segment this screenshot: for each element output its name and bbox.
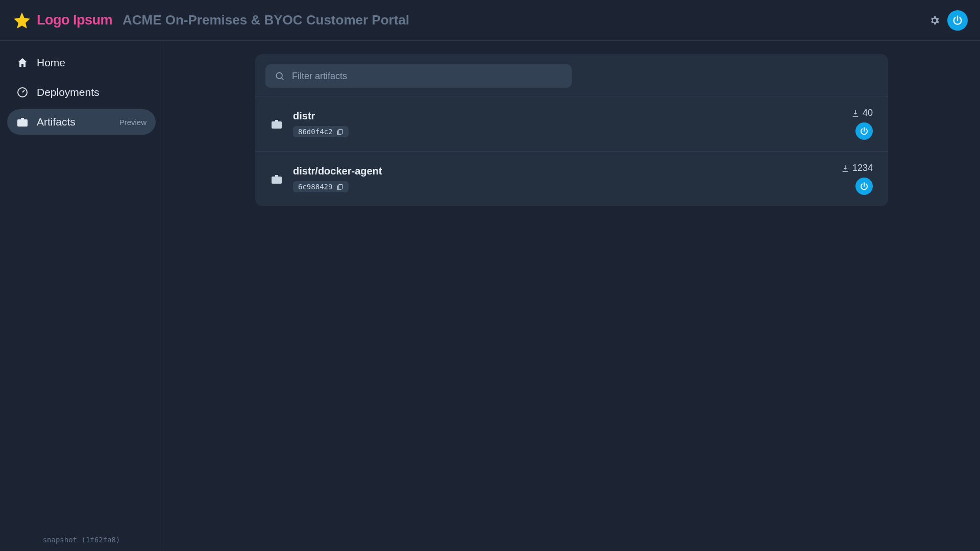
artifact-name: distr/docker-agent — [293, 165, 841, 177]
hash-badge: 86d0f4c2 — [293, 126, 349, 137]
artifact-meta: 40 — [851, 108, 873, 140]
artifacts-panel: distr 86d0f4c2 40 — [255, 54, 888, 206]
artifact-avatar[interactable] — [855, 178, 873, 195]
artifact-avatar[interactable] — [855, 122, 873, 140]
svg-rect-3 — [339, 184, 342, 189]
user-avatar[interactable] — [947, 10, 968, 31]
home-icon — [16, 57, 29, 69]
dashboard-icon — [16, 86, 29, 98]
download-icon — [841, 164, 849, 172]
clipboard-icon[interactable] — [336, 183, 344, 190]
sidebar-item-label: Artifacts — [37, 116, 111, 128]
hash-badge: 6c988429 — [293, 181, 349, 192]
filter-row — [255, 54, 888, 96]
sidebar-item-home[interactable]: Home — [7, 50, 156, 76]
briefcase-icon — [271, 173, 283, 185]
clipboard-icon[interactable] — [336, 128, 344, 135]
hash-value: 6c988429 — [298, 183, 332, 191]
download-number: 40 — [863, 108, 873, 118]
preview-badge: Preview — [119, 118, 146, 127]
main-content: distr 86d0f4c2 40 — [163, 41, 980, 551]
svg-point-1 — [276, 72, 282, 79]
filter-input-wrap[interactable] — [265, 64, 572, 88]
header-left: Logo Ipsum ACME On-Premises & BYOC Custo… — [12, 11, 409, 30]
snapshot-version: snapshot (1f62fa8) — [0, 536, 163, 544]
brand-logo[interactable]: Logo Ipsum — [12, 11, 112, 30]
download-count: 40 — [851, 108, 873, 118]
filter-input[interactable] — [285, 71, 562, 82]
power-icon — [860, 182, 869, 191]
briefcase-icon — [271, 118, 283, 130]
power-icon — [952, 15, 963, 26]
artifact-meta: 1234 — [841, 163, 873, 195]
briefcase-icon — [16, 116, 29, 128]
brand-name: Logo Ipsum — [37, 12, 112, 28]
artifact-info: distr/docker-agent 6c988429 — [293, 165, 841, 192]
app-header: Logo Ipsum ACME On-Premises & BYOC Custo… — [0, 0, 980, 41]
sidebar-item-label: Deployments — [37, 86, 146, 98]
hash-value: 86d0f4c2 — [298, 128, 332, 136]
search-icon — [275, 71, 285, 81]
svg-rect-2 — [339, 129, 342, 134]
download-count: 1234 — [841, 163, 873, 173]
download-icon — [851, 109, 860, 117]
page-title: ACME On-Premises & BYOC Customer Portal — [122, 12, 409, 28]
sidebar: Home Deployments Artifacts Preview snaps… — [0, 41, 163, 551]
artifact-info: distr 86d0f4c2 — [293, 110, 851, 137]
artifact-name: distr — [293, 110, 851, 122]
gear-icon[interactable] — [929, 15, 940, 26]
star-icon — [12, 11, 32, 30]
header-right — [929, 10, 968, 31]
sidebar-item-deployments[interactable]: Deployments — [7, 80, 156, 105]
artifact-row[interactable]: distr 86d0f4c2 40 — [255, 96, 888, 151]
download-number: 1234 — [852, 163, 873, 173]
power-icon — [860, 127, 869, 136]
artifact-row[interactable]: distr/docker-agent 6c988429 1234 — [255, 151, 888, 206]
sidebar-item-artifacts[interactable]: Artifacts Preview — [7, 109, 156, 135]
sidebar-item-label: Home — [37, 57, 146, 69]
